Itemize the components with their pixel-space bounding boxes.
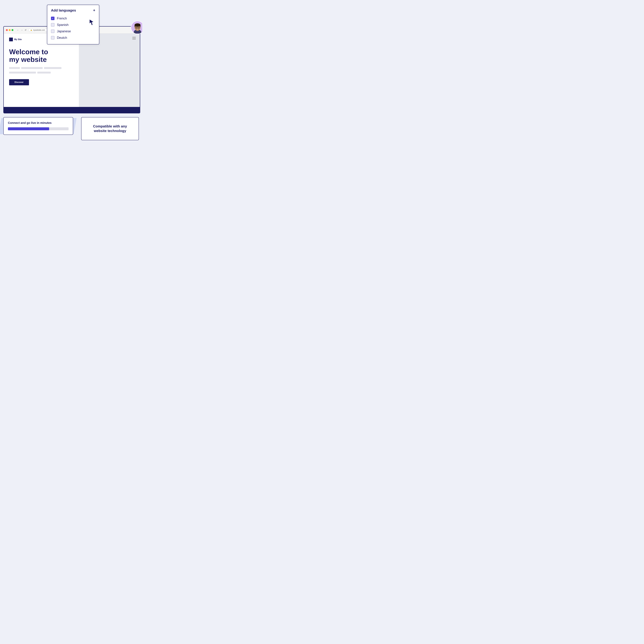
maximize-dot[interactable]: [12, 29, 13, 31]
add-languages-popup: Add languages + ✓ French Spanish Japanes…: [47, 5, 99, 44]
language-item-deutch[interactable]: Deutch: [51, 34, 95, 41]
japanese-checkbox[interactable]: [51, 30, 54, 33]
connect-card-title: Connect and go live in minutes: [8, 121, 69, 125]
close-dot[interactable]: [6, 29, 8, 31]
popup-title: Add languages: [51, 8, 76, 12]
welcome-heading: Welcome to my website: [9, 48, 74, 63]
svg-point-3: [135, 23, 140, 27]
site-logo-square: [9, 38, 13, 41]
hamburger-line: [132, 38, 136, 38]
heading-line2: my website: [9, 56, 47, 63]
checkmark-icon: ✓: [52, 17, 54, 19]
french-checkbox[interactable]: ✓: [51, 17, 54, 20]
hamburger-line: [132, 39, 136, 39]
website-right: [79, 34, 140, 113]
card-compatible: Compatible with any website technology: [81, 117, 139, 140]
svg-point-11: [136, 27, 137, 28]
discover-button[interactable]: Discover: [9, 79, 29, 85]
spanish-checkbox[interactable]: [51, 23, 54, 27]
placeholder-line: [37, 72, 51, 74]
forward-button[interactable]: →: [20, 29, 23, 32]
url-text: mywebsite.com: [33, 29, 45, 31]
svg-point-12: [138, 27, 139, 28]
traffic-lights: [6, 29, 13, 31]
progress-bar-bg: [8, 127, 69, 130]
compatible-line2: website technology: [94, 129, 126, 133]
placeholder-line: [21, 67, 43, 69]
japanese-label: Japanese: [57, 29, 71, 33]
browser-content: My Site Welcome to my website Discover: [4, 34, 140, 113]
compatible-line1: Compatible with any: [93, 124, 127, 128]
add-language-button[interactable]: +: [93, 8, 95, 12]
site-logo-text: My Site: [14, 38, 22, 41]
lock-icon: 🔒: [30, 29, 32, 31]
progress-bar-fill: [8, 127, 49, 130]
french-label: French: [57, 17, 67, 20]
placeholder-line: [44, 67, 61, 69]
back-button[interactable]: ←: [16, 29, 19, 32]
language-item-japanese[interactable]: Japanese: [51, 28, 95, 34]
placeholder-line: [9, 67, 20, 69]
svg-rect-4: [135, 25, 135, 27]
popup-header: Add languages +: [51, 8, 95, 12]
deutch-label: Deutch: [57, 36, 67, 40]
browser-bottom-bar: [4, 107, 140, 113]
minimize-dot[interactable]: [9, 29, 11, 31]
hamburger-menu[interactable]: [132, 37, 136, 39]
heading-line1: Welcome to: [9, 48, 48, 56]
deutch-checkbox[interactable]: [51, 36, 54, 39]
compatible-text: Compatible with any website technology: [93, 124, 127, 133]
nav-buttons: ← → ↺: [16, 29, 27, 32]
website-left: My Site Welcome to my website Discover: [4, 34, 79, 113]
reload-button[interactable]: ↺: [24, 29, 27, 32]
hamburger-line: [132, 37, 136, 37]
spanish-label: Spanish: [57, 23, 69, 27]
language-item-spanish[interactable]: Spanish: [51, 22, 95, 28]
cursor-arrow: [89, 19, 94, 26]
placeholder-line: [9, 72, 36, 74]
card-connect: Connect and go live in minutes: [3, 117, 73, 135]
language-item-french[interactable]: ✓ French: [51, 15, 95, 22]
svg-rect-5: [140, 25, 140, 27]
placeholder-lines: [9, 67, 74, 75]
